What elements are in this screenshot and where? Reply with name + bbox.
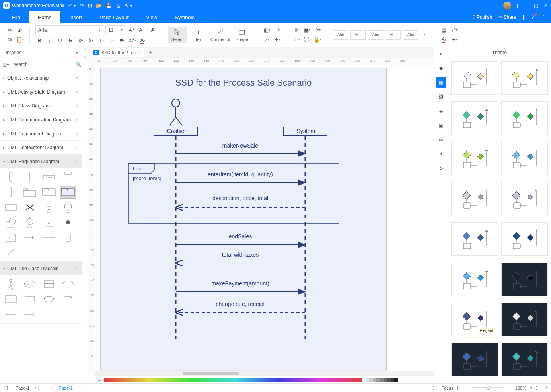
color-palette[interactable] — [88, 376, 434, 383]
moretools-4[interactable]: ✦▾ — [450, 36, 458, 44]
color-swatch[interactable] — [247, 378, 251, 382]
new-tab-button[interactable]: ＋ — [144, 49, 156, 56]
color-swatch[interactable] — [283, 378, 287, 382]
clear-format-icon[interactable]: A̸ — [148, 26, 156, 34]
shape-frame[interactable] — [41, 186, 57, 199]
group-icon[interactable]: ▣▾ — [303, 26, 311, 34]
color-swatch[interactable] — [298, 378, 301, 382]
shape-uc-collab[interactable] — [60, 278, 76, 291]
text-tool[interactable]: TText — [189, 27, 208, 43]
color-swatch[interactable] — [394, 378, 398, 382]
image-panel-icon[interactable]: 🖼 — [436, 92, 446, 102]
color-swatch[interactable] — [333, 378, 337, 382]
lib-uml-communication[interactable]: ▸UML Communication Diagram× — [0, 113, 82, 127]
theme-thumbnail[interactable] — [501, 142, 548, 175]
color-swatch[interactable] — [384, 378, 387, 382]
color-swatch[interactable] — [119, 378, 122, 382]
shape-object-lifeline[interactable] — [60, 171, 76, 183]
spacing-icon[interactable]: ↕▾ — [108, 37, 116, 45]
color-swatch[interactable] — [176, 378, 179, 382]
underline-icon[interactable]: U — [56, 37, 64, 45]
focus-icon[interactable]: ⛶ — [433, 386, 437, 390]
theme-thumbnail[interactable]: Elegant — [451, 303, 498, 336]
pages-view-icon[interactable]: ▯▯ — [3, 385, 8, 390]
grow-font-icon[interactable]: A⁺ — [128, 26, 136, 34]
color-swatch[interactable] — [351, 378, 355, 382]
present-panel-icon[interactable]: ▭ — [436, 135, 446, 145]
lib-uml-sequence[interactable]: ▾UML Sequence Diagram× — [0, 155, 82, 168]
color-swatch[interactable] — [126, 378, 129, 382]
shape-dot[interactable] — [60, 216, 76, 229]
color-swatch[interactable] — [165, 378, 169, 382]
shape-frame2[interactable] — [60, 186, 76, 199]
cut-icon[interactable]: ✂ — [6, 26, 14, 34]
distribute-icon[interactable]: ↔▾ — [293, 36, 301, 44]
shape-uc-collab2[interactable] — [41, 293, 57, 306]
redo-icon[interactable]: ↷ — [80, 3, 84, 8]
collapse-libraries-icon[interactable]: « — [76, 50, 78, 55]
close-icon[interactable]: × — [76, 117, 78, 123]
color-swatch[interactable] — [226, 378, 230, 382]
lib-uml-usecase[interactable]: ▾UML Use Case Diagram× — [0, 262, 82, 275]
theme-thumbnail[interactable] — [501, 222, 548, 256]
shape-boundary[interactable]: Boundary — [2, 216, 19, 229]
color-swatch[interactable] — [330, 378, 333, 382]
color-swatch[interactable] — [366, 378, 369, 382]
color-swatch[interactable] — [215, 378, 219, 382]
color-swatch[interactable] — [326, 378, 330, 382]
theme-thumbnail[interactable] — [501, 263, 548, 296]
shape-rect[interactable] — [2, 201, 19, 214]
shape-note[interactable]: Note — [2, 231, 19, 244]
close-icon[interactable]: × — [76, 131, 78, 137]
color-swatch[interactable] — [140, 378, 144, 382]
line-icon[interactable]: ╱▾ — [263, 36, 271, 44]
color-swatch[interactable] — [179, 378, 183, 382]
menu-insert[interactable]: Insert — [60, 11, 91, 23]
zoom-slider[interactable] — [471, 387, 503, 388]
shape-uc-sysactor[interactable] — [21, 293, 38, 306]
shape-destroy[interactable] — [21, 201, 38, 214]
shape-uc-usecase[interactable]: Use Case — [21, 278, 38, 291]
strike-icon[interactable]: S — [66, 37, 74, 45]
quickstyle-1[interactable]: Abc — [333, 30, 348, 40]
paste-icon[interactable]: 📋▾ — [16, 36, 24, 44]
color-swatch[interactable] — [355, 378, 358, 382]
color-swatch[interactable] — [115, 378, 119, 382]
lib-object-relationship[interactable]: ▸Object Relationship× — [0, 71, 82, 85]
color-swatch[interactable] — [147, 378, 151, 382]
zoom-out-button[interactable]: − — [464, 386, 467, 390]
color-swatch[interactable] — [201, 378, 204, 382]
color-swatch[interactable] — [133, 378, 136, 382]
color-swatch[interactable] — [169, 378, 172, 382]
user-avatar[interactable] — [503, 2, 511, 10]
color-swatch[interactable] — [111, 378, 115, 382]
case-icon[interactable]: T▾ — [97, 37, 105, 45]
italic-icon[interactable]: I — [46, 37, 54, 45]
open-icon[interactable]: 📂 — [96, 3, 102, 8]
color-swatch[interactable] — [162, 378, 165, 382]
canvas-page[interactable]: SSD for the Process Sale Scenario — [100, 68, 387, 370]
theme-thumbnail[interactable] — [451, 182, 498, 215]
shape-activation2[interactable] — [2, 186, 19, 199]
color-swatch[interactable] — [187, 378, 190, 382]
lineweight-icon[interactable]: ≡▾ — [273, 26, 281, 34]
shape-lifeline[interactable] — [2, 171, 19, 183]
color-swatch[interactable] — [172, 378, 176, 382]
menu-symbols[interactable]: Symbols — [166, 11, 203, 23]
color-swatch[interactable] — [158, 378, 162, 382]
new-icon[interactable]: ⊞ — [88, 3, 92, 8]
color-swatch[interactable] — [251, 378, 255, 382]
color-swatch[interactable] — [197, 378, 201, 382]
color-swatch[interactable] — [194, 378, 197, 382]
theme-thumbnail[interactable] — [451, 142, 498, 175]
color-swatch[interactable] — [380, 378, 384, 382]
fullscreen-icon[interactable]: ⤢ — [544, 385, 548, 390]
lock-icon[interactable]: 🔒▾ — [313, 36, 321, 44]
close-icon[interactable]: × — [76, 266, 78, 271]
fill-panel-icon[interactable]: ◆ — [436, 63, 446, 73]
theme-thumbnail[interactable] — [501, 182, 548, 215]
document-tab[interactable]: D SSD for the Pro... × — [90, 48, 144, 57]
comments-panel-icon[interactable]: ✦ — [436, 149, 446, 159]
scroll-up-icon[interactable]: ⌃ — [84, 49, 87, 53]
help-icon[interactable]: ？ — [530, 14, 535, 21]
